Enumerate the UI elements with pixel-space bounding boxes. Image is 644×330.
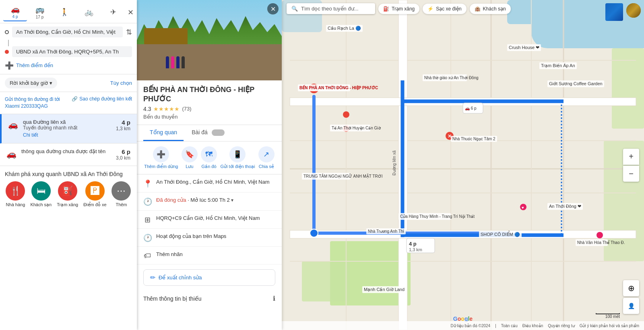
hours-text: Đã đóng cửa · Mở lúc 5:00 Th 2 ▾	[156, 197, 275, 204]
send-to-phone-button[interactable]: 📱 Gửi tới điện thoại	[220, 146, 255, 169]
info-icon: ℹ	[273, 295, 275, 302]
explore-gas[interactable]: ⛽ Trạm xăng	[57, 181, 78, 207]
suggest-edit-label: Để xuất chỉnh sửa	[159, 275, 202, 281]
rating-number: 4.3	[143, 106, 151, 112]
zoom-in-button[interactable]: +	[623, 149, 639, 165]
action-buttons: ➕ Thêm điểm dừng 🔖 Lưu 🗺 Gần đó 📱 Gửi tớ…	[137, 141, 282, 174]
transport-mode-transit[interactable]: 🚌 17 p	[28, 4, 52, 21]
address-row: 📍 An Thới Đông., Cần Giờ, Hồ Chí Minh, V…	[137, 174, 282, 193]
filter-gas[interactable]: ⛽ Trạm xăng	[378, 4, 419, 14]
svg-point-23	[343, 111, 349, 118]
add-stop-action-label: Thêm điểm dừng	[144, 164, 178, 169]
destination-input[interactable]	[12, 46, 132, 57]
footer-sep-1: |	[495, 324, 496, 328]
map-svg: ✕ ♥ 🚗 6 p 4 p 1,3 km	[282, 0, 644, 330]
footer-feedback[interactable]: Gửi ý kiến phản hồi và sản phẩm	[580, 324, 639, 328]
add-stop-label[interactable]: Thêm điểm đến	[16, 62, 53, 68]
rating-stars: ★★★★★	[153, 106, 180, 112]
missing-info-row[interactable]: Thêm thông tin bị thiếu ℹ	[137, 291, 282, 306]
explore-section: Khám phá xung quanh UBND xã An Thới Đông…	[0, 166, 137, 212]
tag-row[interactable]: 🏷 Thêm nhãn	[137, 247, 282, 264]
add-stop-button[interactable]: ➕ Thêm điểm dừng	[144, 146, 178, 169]
label-cua-hang: Cửa Hàng Thuy Minh - Trang Trí Nội Thất	[398, 213, 451, 220]
copy-link[interactable]: 🔗 Sao chép đường liên kết	[72, 96, 132, 102]
label-nha-tho: Nhà thờ giáo xứ An Thới Đông	[423, 74, 467, 81]
close-directions-button[interactable]: ✕	[128, 8, 134, 17]
toggle-switch[interactable]	[212, 129, 225, 136]
activity-text: Hoạt động của bạn trên Maps	[156, 233, 275, 240]
map-thumbnail[interactable]	[605, 3, 623, 21]
transport-mode-flight[interactable]: ✈	[101, 6, 125, 19]
route-option-2[interactable]: 🚗 thông qua đường chưa được đặt tên 6 p …	[0, 143, 137, 166]
explore-parking[interactable]: 🅿 Điểm đỗ xe	[83, 181, 106, 207]
clock-icon: 🕐	[143, 197, 151, 206]
send-info: Gửi thông tin đường đi tới Xiaomi 220333…	[5, 96, 60, 110]
share-button[interactable]: ↗ Chia sẻ	[258, 146, 275, 169]
suggest-edit[interactable]: ✏ Để xuất chỉnh sửa	[143, 269, 275, 286]
transport-bar: 🚗 4 p 🚌 17 p 🚶 🚲 ✈ ✕	[0, 0, 137, 23]
share-section: Gửi thông tin đường đi tới Xiaomi 220333…	[0, 92, 137, 114]
transport-mode-car[interactable]: 🚗 4 p	[3, 3, 27, 21]
map-search-box[interactable]: 🔍 Tìm dọc theo tuyến đư...	[287, 3, 375, 14]
label-giot-suong: Giớt Sương Coffee Garden	[547, 80, 604, 87]
send-to-phone-label: Gửi tới điện thoại	[220, 164, 255, 169]
route-time-dist-2: 6 p 3,0 km	[116, 148, 130, 161]
hours-row[interactable]: 🕐 Đã đóng cửa · Mở lúc 5:00 Th 2 ▾	[137, 193, 282, 211]
label-ben-pha: BẾN PHÀ AN THỜI ĐÔNG - HIỆP PHƯỚC	[298, 84, 350, 91]
send-device[interactable]: Xiaomi 220333QAG	[5, 103, 60, 110]
more-icon-circle: ⋯	[111, 181, 131, 201]
depart-button[interactable]: Rời khởi bây giờ ▾	[5, 78, 57, 88]
filter-ev[interactable]: ⚡ Sạc xe điện	[423, 4, 466, 14]
label-shop-co-diem: SHOP CÔ DIỂM 🔵	[479, 231, 522, 238]
grid-icon: ⊞	[143, 215, 151, 224]
label-nha-van-hoa: Nhà Văn Hóa Thể Thao Đ.	[576, 239, 608, 246]
destination-row	[5, 46, 132, 57]
avatar-image	[626, 3, 641, 18]
tab-overview[interactable]: Tổng quan	[143, 125, 184, 141]
map-area[interactable]: ✕ ♥ 🚗 6 p 4 p 1,3 km 🔍 Tìm dọc theo tuyế…	[282, 0, 644, 330]
customize-button[interactable]: Tùy chọn	[110, 80, 132, 86]
transport-mode-bike[interactable]: 🚲	[77, 6, 101, 19]
explore-restaurant[interactable]: 🍴 Nhà hàng	[6, 181, 25, 207]
address-text: An Thới Đông., Cần Giờ, Hồ Chí Minh, Việ…	[156, 178, 275, 186]
nearby-button[interactable]: 🗺 Gần đó	[201, 146, 217, 169]
tag-icon: 🏷	[143, 252, 151, 260]
nearby-icon: 🗺	[201, 146, 217, 162]
swap-button[interactable]: ⇅	[126, 28, 132, 37]
footer-terms[interactable]: Điều khoản	[522, 324, 543, 328]
zoom-out-button[interactable]: −	[623, 166, 639, 182]
tab-reviews[interactable]: Bài đá	[185, 125, 231, 141]
my-location-button[interactable]: ⊕	[623, 280, 639, 296]
origin-dot	[5, 30, 9, 34]
label-crush-house: Crush House ❤	[507, 44, 541, 51]
label-nha-thuoc: Nhà Thuốc Ngọc Tâm 2	[451, 136, 497, 142]
activity-row[interactable]: 🕐 Hoạt động của bạn trên Maps	[137, 229, 282, 247]
close-panel-button[interactable]: ✕	[267, 3, 279, 14]
route-option-1[interactable]: 🚗 qua Đường liên xã Tuyến đường nhanh nh…	[0, 114, 137, 143]
send-to-phone-icon: 📱	[229, 146, 246, 162]
search-icon: 🔍	[291, 6, 298, 12]
transport-mode-walk[interactable]: 🚶	[52, 6, 76, 19]
link-icon: 🔗	[72, 96, 78, 102]
footer-privacy[interactable]: Quyền riêng tư	[548, 324, 574, 328]
origin-input[interactable]	[12, 27, 123, 37]
footer-global[interactable]: Toàn cầu	[501, 324, 518, 328]
map-zoom-controls: + −	[623, 149, 639, 182]
filter-hotel-label: Khách sạn	[483, 6, 506, 12]
explore-icons: 🍴 Nhà hàng 🛏 Khách sạn ⛽ Trạm xăng 🅿 Điể…	[5, 181, 132, 207]
explore-hotel[interactable]: 🛏 Khách sạn	[30, 181, 52, 207]
options-bar: Rời khởi bây giờ ▾ Tùy chọn	[0, 74, 137, 92]
filter-hotel[interactable]: 🏨 Khách sạn	[470, 4, 511, 14]
origin-row: ⇅	[5, 27, 132, 37]
save-button[interactable]: 🔖 Lưu	[182, 146, 198, 169]
route-time-2: 6 p	[116, 148, 130, 155]
street-view-button[interactable]: 👤	[623, 298, 639, 314]
explore-more[interactable]: ⋯ Thêm	[111, 181, 131, 207]
save-icon: 🔖	[182, 146, 198, 162]
route-dist-1: 1,3 km	[116, 126, 130, 131]
detail-link-1[interactable]: Chi tiết	[23, 132, 38, 138]
edit-icon: ✏	[150, 274, 155, 281]
route-time-1: 4 p	[116, 119, 130, 126]
user-avatar[interactable]	[626, 3, 641, 18]
review-count[interactable]: (73)	[182, 106, 191, 112]
